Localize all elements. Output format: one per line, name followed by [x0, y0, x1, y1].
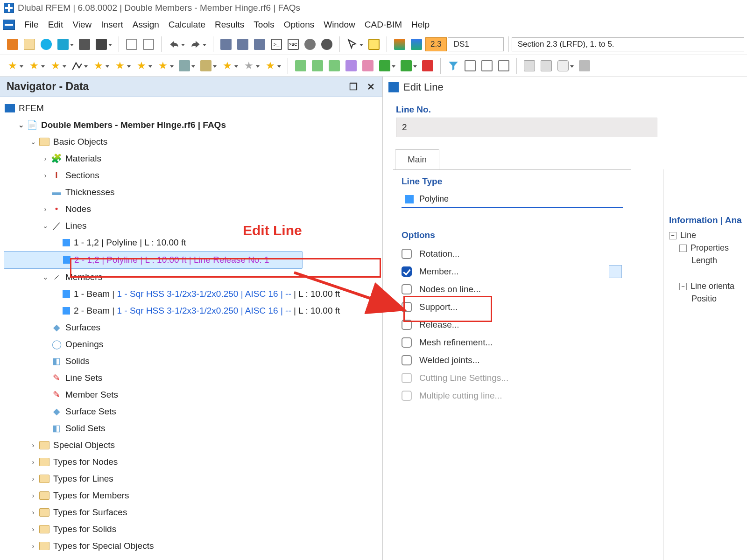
menu-help[interactable]: Help: [407, 18, 434, 32]
redo-icon[interactable]: [188, 36, 204, 52]
tree-openings[interactable]: ·◯Openings: [4, 336, 382, 353]
design-situation-combo[interactable]: DS1: [448, 37, 504, 51]
option-rotation[interactable]: Rotation...: [393, 245, 631, 263]
snap-icon[interactable]: [366, 36, 382, 52]
support3-icon[interactable]: [326, 58, 342, 74]
menu-results[interactable]: Results: [210, 18, 249, 32]
tree-membersets[interactable]: ·✎Member Sets: [4, 386, 382, 403]
star6-icon[interactable]: ★: [134, 58, 149, 74]
support4-icon[interactable]: [343, 58, 359, 74]
tree-folder[interactable]: ›Types for Members: [4, 487, 382, 504]
star4-icon[interactable]: ★: [91, 58, 106, 74]
tree-members[interactable]: ⌄⟋ Members: [4, 269, 382, 286]
menu-window[interactable]: Window: [319, 18, 360, 32]
tree-folder[interactable]: ›Types for Lines: [4, 470, 382, 487]
star5-icon[interactable]: ★: [112, 58, 128, 74]
block-icon[interactable]: [55, 36, 71, 52]
tree-surfaces[interactable]: ·◆Surfaces: [4, 319, 382, 336]
tree-tool-icon[interactable]: [377, 58, 393, 74]
frame-icon[interactable]: [496, 58, 512, 74]
tree-folder[interactable]: ›Special Objects: [4, 437, 382, 454]
navigator-tree[interactable]: RFEM ⌄📄 Double Members - Member Hinge.rf…: [0, 97, 382, 560]
open-icon[interactable]: [21, 36, 37, 52]
checkbox-icon[interactable]: [402, 302, 412, 312]
star7-icon[interactable]: ★: [155, 58, 171, 74]
polyline-tool-icon[interactable]: [69, 58, 85, 74]
misc2-icon[interactable]: [538, 58, 554, 74]
tree-folder[interactable]: ›Types for Nodes: [4, 454, 382, 470]
star8-icon[interactable]: ★: [219, 58, 235, 74]
settings-icon[interactable]: [302, 36, 318, 52]
support5-icon[interactable]: [360, 58, 376, 74]
menu-calculate[interactable]: Calculate: [164, 18, 210, 32]
tree-materials[interactable]: ›🧩 Materials: [4, 150, 382, 167]
headset-icon[interactable]: [319, 36, 335, 52]
tree-root[interactable]: RFEM: [4, 100, 382, 117]
doc2-icon[interactable]: [141, 36, 156, 52]
tree-solids[interactable]: ·◧Solids: [4, 353, 382, 370]
tree-folder[interactable]: ›Types for Special Objects: [4, 538, 382, 554]
new-model-icon[interactable]: [5, 36, 21, 52]
linetype-select[interactable]: Polyline: [402, 191, 623, 208]
menu-insert[interactable]: Insert: [96, 18, 128, 32]
section-combo[interactable]: Section 2.3 (LRFD), 1. to 5.: [512, 37, 744, 51]
tree-member-2[interactable]: · 2 - Beam | 1 - Sqr HSS 3-1/2x3-1/2x0.2…: [4, 302, 382, 319]
tree-lines[interactable]: ⌄／ Lines: [4, 217, 382, 234]
restore-icon[interactable]: ❐: [349, 82, 358, 92]
menu-tools[interactable]: Tools: [249, 18, 279, 32]
checkbox-icon[interactable]: [402, 266, 412, 277]
tree-basic-objects[interactable]: ⌄ Basic Objects: [4, 133, 382, 150]
star9-icon[interactable]: ★: [241, 58, 257, 74]
option-nodes[interactable]: Nodes on line...: [393, 280, 631, 298]
lc2-icon[interactable]: [409, 36, 424, 52]
undo-icon[interactable]: [166, 36, 182, 52]
chart-icon[interactable]: [462, 58, 478, 74]
checkbox-icon[interactable]: [402, 355, 412, 365]
tree-surfacesets[interactable]: ·◆Surface Sets: [4, 403, 382, 420]
save-icon[interactable]: [77, 36, 92, 52]
menu-cadbim[interactable]: CAD-BIM: [360, 18, 407, 32]
view-a-icon[interactable]: [218, 36, 234, 52]
span-icon[interactable]: [479, 58, 495, 74]
tree-folder[interactable]: ›Types for Surfaces: [4, 504, 382, 521]
tree-line-2-selected[interactable]: · 2 - 1,2 | Polyline | L : 10.00 ft | Li…: [4, 251, 303, 269]
startool-icon[interactable]: ★: [262, 58, 278, 74]
shape1-icon[interactable]: [198, 58, 214, 74]
support2-icon[interactable]: [310, 58, 325, 74]
tree-member-1[interactable]: · 1 - Beam | 1 - Sqr HSS 3-1/2x3-1/2x0.2…: [4, 286, 382, 302]
edit-member-icon[interactable]: [609, 265, 622, 278]
close-icon[interactable]: ✕: [367, 82, 375, 92]
checkbox-icon[interactable]: [402, 249, 412, 259]
checkbox-icon[interactable]: [402, 320, 412, 330]
cube-tool-icon[interactable]: [176, 58, 192, 74]
checkbox-icon[interactable]: [402, 337, 412, 348]
star2-icon[interactable]: ★: [26, 58, 42, 74]
loadcase-badge[interactable]: 2.3: [425, 37, 447, 51]
menu-view[interactable]: View: [68, 18, 96, 32]
view-b-icon[interactable]: [235, 36, 251, 52]
cloud-icon[interactable]: [38, 36, 54, 52]
tree-project[interactable]: ⌄📄 Double Members - Member Hinge.rf6 | F…: [4, 117, 382, 133]
option-member[interactable]: Member...: [393, 263, 631, 280]
tree-nodes[interactable]: ›• Nodes: [4, 201, 382, 217]
tree-sections[interactable]: ›I Sections: [4, 167, 382, 184]
lc1-icon[interactable]: [392, 36, 408, 52]
misc3-icon[interactable]: [577, 58, 592, 74]
tree2-tool-icon[interactable]: [398, 58, 414, 74]
misc1-icon[interactable]: [521, 58, 537, 74]
tree-solidsets[interactable]: ·◧Solid Sets: [4, 420, 382, 437]
dice-icon[interactable]: [555, 58, 571, 74]
view-c-icon[interactable]: [252, 36, 268, 52]
print-icon[interactable]: [93, 36, 109, 52]
option-welded[interactable]: Welded joints...: [393, 351, 631, 369]
node-tool-icon[interactable]: [420, 58, 436, 74]
menu-edit[interactable]: Edit: [43, 18, 68, 32]
doc1-icon[interactable]: [124, 36, 140, 52]
tree-line-1[interactable]: · 1 - 1,2 | Polyline | L : 10.00 ft: [4, 234, 382, 251]
tree-folder[interactable]: ›Types for Solids: [4, 521, 382, 538]
tab-main[interactable]: Main: [395, 149, 439, 169]
filter-icon[interactable]: [445, 58, 461, 74]
tree-thicknesses[interactable]: ·▬ Thicknesses: [4, 184, 382, 201]
menu-options[interactable]: Options: [279, 18, 319, 32]
lineno-field[interactable]: 2: [396, 118, 657, 137]
